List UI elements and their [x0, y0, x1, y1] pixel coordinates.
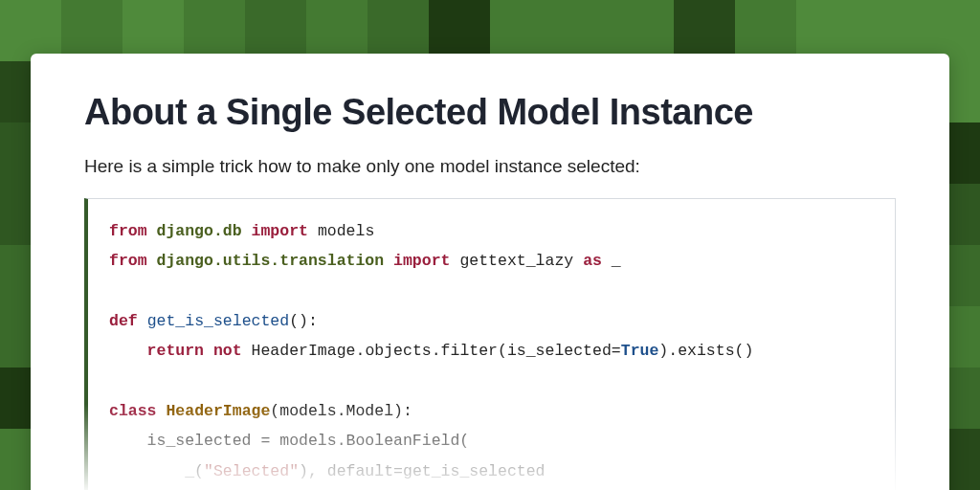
symbol: models [318, 222, 374, 240]
article-card: About a Single Selected Model Instance H… [31, 54, 949, 490]
boolean-literal: True [621, 342, 659, 360]
function-name: get_is_selected [147, 312, 290, 330]
class-name: HeaderImage [166, 402, 270, 420]
module-name: django.utils.translation [157, 252, 385, 270]
keyword-as: as [583, 252, 602, 270]
article-title: About a Single Selected Model Instance [84, 92, 896, 133]
string-literal: "Selected" [204, 462, 299, 480]
article-intro: Here is a simple trick how to make only … [84, 156, 896, 177]
symbol: gettext_lazy [459, 252, 573, 270]
code-text: (models.Model): [270, 402, 412, 420]
keyword-class: class [109, 402, 157, 420]
keyword-import: import [393, 252, 450, 270]
code-text: is_selected = models.BooleanField( [109, 432, 469, 450]
code-text: ).exists() [658, 342, 753, 360]
keyword-not: not [213, 342, 242, 360]
keyword-import: import [252, 222, 308, 240]
symbol: _ [612, 252, 621, 270]
keyword-def: def [109, 312, 138, 330]
keyword-from: from [109, 222, 147, 240]
code-text: _( [109, 462, 204, 480]
code-text: (): [289, 312, 318, 330]
module-name: django.db [157, 222, 242, 240]
keyword-from: from [109, 252, 147, 270]
code-text: ), default=get_is_selected [299, 462, 545, 480]
keyword-return: return [147, 342, 204, 360]
code-text: HeaderImage.objects.filter(is_selected= [252, 342, 621, 360]
code-block: from django.db import models from django… [84, 198, 896, 490]
